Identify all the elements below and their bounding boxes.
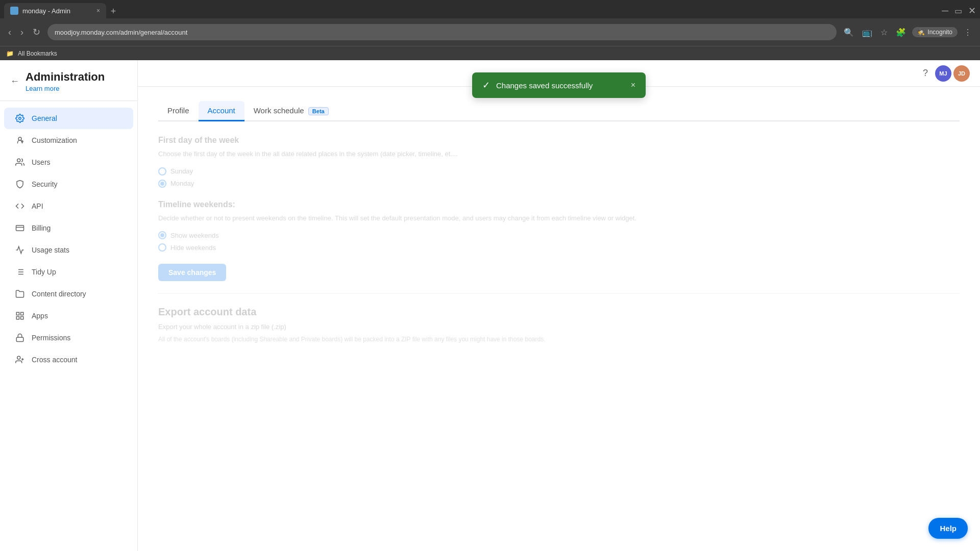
tab-favicon (10, 7, 18, 15)
svg-point-0 (19, 117, 21, 120)
api-icon (14, 201, 26, 212)
left-panel-inner: General Customization Users (0, 101, 137, 551)
radio-monday (158, 180, 166, 188)
sidebar-item-users[interactable]: Users (4, 152, 133, 173)
sidebar-item-tidy-up[interactable]: Tidy Up (4, 261, 133, 283)
first-day-section: First day of the week Choose the first d… (158, 136, 960, 188)
tab-profile-label: Profile (167, 106, 189, 115)
hide-weekends-label: Hide weekends (170, 244, 216, 252)
sidebar-item-label-security: Security (32, 180, 58, 188)
sidebar-item-label-users: Users (32, 158, 51, 166)
radio-show-weekends (158, 231, 166, 239)
close-window-button[interactable]: ✕ (968, 5, 976, 16)
learn-more-link[interactable]: Learn more (26, 85, 105, 92)
radio-sunday (158, 167, 166, 176)
left-title-area: Administration Learn more (26, 70, 105, 92)
sidebar-item-label-usage-stats: Usage stats (32, 246, 69, 254)
sidebar-item-label-api: API (32, 202, 43, 210)
users-icon (14, 157, 26, 168)
cross-account-icon (14, 354, 26, 365)
back-button[interactable]: ‹ (6, 25, 13, 40)
tab-close-button[interactable]: × (96, 7, 100, 14)
radio-hide-weekends (158, 243, 166, 252)
sunday-label: Sunday (170, 167, 193, 175)
toolbar-icons: 🔍 📺 ☆ 🧩 🕵 Incognito ⋮ (842, 26, 974, 39)
sidebar-item-label-general: General (32, 114, 57, 122)
reload-button[interactable]: ↻ (31, 24, 42, 40)
sidebar-item-cross-account[interactable]: Cross account (4, 349, 133, 370)
sidebar-item-security[interactable]: Security (4, 173, 133, 195)
svg-rect-15 (16, 317, 19, 319)
sidebar-item-label-customization: Customization (32, 136, 77, 144)
monday-label: Monday (170, 180, 194, 187)
maximize-button[interactable]: ▭ (954, 6, 962, 16)
first-day-title: First day of the week (158, 136, 960, 145)
search-icon[interactable]: 🔍 (842, 26, 856, 39)
minimize-button[interactable]: ─ (942, 6, 948, 16)
bookmarks-folder-icon[interactable]: 📁 (6, 50, 14, 57)
sidebar-item-apps[interactable]: Apps (4, 305, 133, 327)
permissions-icon (14, 332, 26, 343)
top-bar-right: ? MJ JD (923, 65, 970, 82)
bookmarks-bar: 📁 All Bookmarks (0, 46, 980, 60)
success-toast: ✓ Changes saved successfully × (472, 72, 646, 98)
help-button[interactable]: Help (928, 518, 968, 539)
tab-account[interactable]: Account (199, 101, 244, 121)
sidebar-item-label-content-directory: Content directory (32, 290, 86, 298)
first-day-monday[interactable]: Monday (158, 180, 960, 188)
sidebar-item-api[interactable]: API (4, 195, 133, 217)
avatar-user2[interactable]: JD (953, 65, 970, 82)
help-question-icon[interactable]: ? (923, 68, 928, 79)
avatar2-initials: JD (958, 70, 965, 77)
avatar1-initials: MJ (939, 70, 947, 77)
tab-account-label: Account (208, 106, 235, 115)
first-day-desc: Choose the first day of the week in the … (158, 149, 960, 159)
more-menu-icon[interactable]: ⋮ (962, 26, 974, 39)
sidebar-item-usage-stats[interactable]: Usage stats (4, 239, 133, 261)
address-bar[interactable]: moodjoy.monday.com/admin/general/account (47, 24, 837, 40)
export-section: Export account data Export your whole ac… (158, 306, 960, 344)
sidebar-item-label-billing: Billing (32, 224, 51, 232)
extensions-icon[interactable]: 🧩 (894, 26, 908, 39)
timeline-hide-weekends[interactable]: Hide weekends (158, 243, 960, 252)
tabs-container: Profile Account Work schedule Beta (158, 101, 960, 121)
sidebar-item-label-cross-account: Cross account (32, 356, 77, 364)
forward-button[interactable]: › (18, 25, 26, 40)
avatar-user1[interactable]: MJ (935, 65, 951, 82)
back-nav-button[interactable]: ← (10, 76, 19, 87)
beta-badge: Beta (308, 107, 329, 115)
new-tab-button[interactable]: + (106, 4, 120, 18)
sidebar-item-label-apps: Apps (32, 312, 48, 320)
sidebar-item-billing[interactable]: Billing (4, 217, 133, 239)
show-weekends-label: Show weekends (170, 232, 219, 239)
all-bookmarks-label[interactable]: All Bookmarks (18, 50, 57, 57)
browser-chrome: monday - Admin × + ─ ▭ ✕ ‹ › ↻ moodjoy.m… (0, 0, 980, 46)
tab-profile[interactable]: Profile (158, 101, 199, 121)
timeline-desc: Decide whether or not to present weekend… (158, 213, 960, 223)
sidebar-item-label-permissions: Permissions (32, 334, 70, 342)
security-icon (14, 179, 26, 190)
browser-tab-active[interactable]: monday - Admin × (4, 3, 106, 18)
customization-icon (14, 135, 26, 146)
sidebar-item-customization[interactable]: Customization (4, 130, 133, 151)
first-day-sunday[interactable]: Sunday (158, 167, 960, 176)
billing-icon (14, 222, 26, 234)
tab-work-schedule[interactable]: Work schedule Beta (244, 101, 338, 121)
content-area: Profile Account Work schedule Beta First… (138, 87, 980, 551)
timeline-show-weekends[interactable]: Show weekends (158, 231, 960, 239)
svg-rect-16 (16, 337, 23, 341)
sidebar-item-permissions[interactable]: Permissions (4, 327, 133, 348)
save-changes-button[interactable]: Save changes (158, 264, 226, 281)
timeline-radio-group: Show weekends Hide weekends (158, 231, 960, 252)
sidebar-item-content-directory[interactable]: Content directory (4, 283, 133, 305)
toast-close-button[interactable]: × (631, 81, 635, 90)
sidebar-item-general[interactable]: General (4, 108, 133, 129)
bookmark-icon[interactable]: ☆ (878, 26, 890, 39)
cast-icon[interactable]: 📺 (860, 26, 874, 39)
svg-rect-13 (21, 312, 23, 315)
incognito-badge: 🕵 Incognito (912, 27, 958, 37)
svg-point-3 (17, 159, 20, 162)
svg-point-17 (17, 356, 20, 359)
address-text: moodjoy.monday.com/admin/general/account (55, 29, 187, 36)
browser-toolbar: ‹ › ↻ moodjoy.monday.com/admin/general/a… (0, 18, 980, 46)
